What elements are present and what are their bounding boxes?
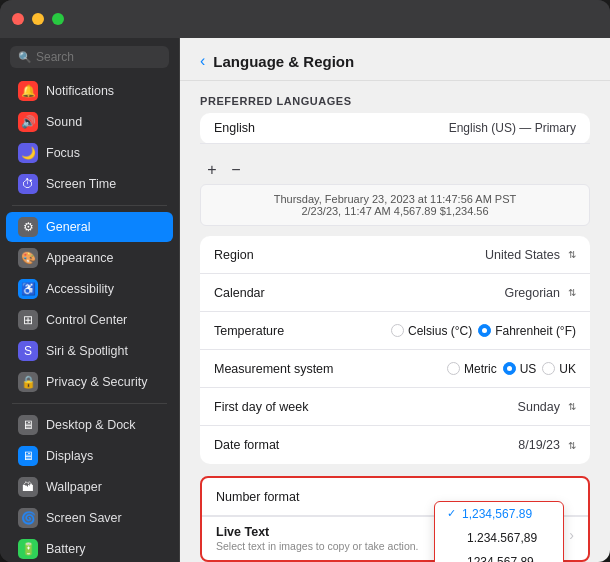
main-content: ‹ Language & Region Preferred Languages …	[180, 38, 610, 562]
measurement-metric-option[interactable]: Metric	[447, 362, 497, 376]
sidebar-item-appearance[interactable]: 🎨Appearance	[6, 243, 173, 273]
preview-line2: 2/23/23, 11:47 AM 4,567.89 $1,234.56	[215, 205, 575, 217]
sidebar-item-label-screensaver: Screen Saver	[46, 511, 122, 525]
sidebar-item-accessibility[interactable]: ♿Accessibility	[6, 274, 173, 304]
sidebar-item-label-notifications: Notifications	[46, 84, 114, 98]
languages-group: English English (US) — Primary	[200, 113, 590, 144]
number-format-option-3-label: 1234 567,89	[467, 555, 534, 563]
screentime-icon: ⏱	[18, 174, 38, 194]
sidebar-item-label-general: General	[46, 220, 90, 234]
sidebar-item-screensaver[interactable]: 🌀Screen Saver	[6, 503, 173, 533]
language-name: English	[214, 121, 449, 135]
first-day-value-text: Sunday	[518, 400, 560, 414]
measurement-us-label: US	[520, 362, 537, 376]
live-text-chevron-right-icon[interactable]: ›	[569, 525, 574, 543]
sidebar-item-displays[interactable]: 🖥Displays	[6, 441, 173, 471]
accessibility-icon: ♿	[18, 279, 38, 299]
settings-window: 🔍 🔔Notifications🔊Sound🌙Focus⏱Screen Time…	[0, 0, 610, 562]
remove-language-button[interactable]: −	[224, 160, 248, 180]
sidebar-item-label-privacy: Privacy & Security	[46, 375, 147, 389]
page-title: Language & Region	[213, 53, 354, 70]
region-settings-group: Region United States ⇅ Calendar Gregoria…	[200, 236, 590, 464]
number-format-dropdown[interactable]: ✓ 1,234,567.89 1.234.567,89 1234 567,89	[434, 501, 564, 563]
sidebar-item-screentime[interactable]: ⏱Screen Time	[6, 169, 173, 199]
back-button[interactable]: ‹	[200, 52, 205, 70]
number-format-row: Number format ✓ 1,234,567.89 1.234.567,8…	[202, 478, 588, 516]
first-day-row: First day of week Sunday ⇅	[200, 388, 590, 426]
sidebar-item-siri[interactable]: SSiri & Spotlight	[6, 336, 173, 366]
sidebar-item-notifications[interactable]: 🔔Notifications	[6, 76, 173, 106]
sidebar-item-wallpaper[interactable]: 🏔Wallpaper	[6, 472, 173, 502]
measurement-uk-label: UK	[559, 362, 576, 376]
region-row: Region United States ⇅	[200, 236, 590, 274]
number-format-option-2-label: 1.234.567,89	[467, 531, 537, 545]
measurement-us-option[interactable]: US	[503, 362, 537, 376]
focus-icon: 🌙	[18, 143, 38, 163]
preview-line1: Thursday, February 23, 2023 at 11:47:56 …	[215, 193, 575, 205]
sound-icon: 🔊	[18, 112, 38, 132]
number-format-option-1-label: 1,234,567.89	[462, 507, 532, 521]
sidebar-item-battery[interactable]: 🔋Battery	[6, 534, 173, 562]
sidebar-item-label-wallpaper: Wallpaper	[46, 480, 102, 494]
date-format-label: Date format	[214, 438, 374, 452]
preferred-languages-heading: Preferred Languages	[200, 95, 590, 107]
temperature-fahrenheit-label: Fahrenheit (°F)	[495, 324, 576, 338]
sidebar-divider-2	[12, 403, 167, 404]
temperature-fahrenheit-option[interactable]: Fahrenheit (°F)	[478, 324, 576, 338]
sidebar-item-controlcenter[interactable]: ⊞Control Center	[6, 305, 173, 335]
region-stepper-icon[interactable]: ⇅	[568, 249, 576, 260]
sidebar-item-label-sound: Sound	[46, 115, 82, 129]
language-add-minus-bar: + −	[200, 156, 590, 184]
temperature-options: Celsius (°C) Fahrenheit (°F)	[374, 324, 576, 338]
number-format-option-3[interactable]: 1234 567,89	[435, 550, 563, 563]
calendar-value: Gregorian ⇅	[374, 286, 576, 300]
measurement-us-dot	[507, 366, 512, 371]
sidebar-item-sound[interactable]: 🔊Sound	[6, 107, 173, 137]
sidebar-item-focus[interactable]: 🌙Focus	[6, 138, 173, 168]
maximize-button[interactable]	[52, 13, 64, 25]
sidebar-item-general[interactable]: ⚙General	[6, 212, 173, 242]
main-header: ‹ Language & Region	[180, 38, 610, 81]
search-bar[interactable]: 🔍	[10, 46, 169, 68]
calendar-stepper-icon[interactable]: ⇅	[568, 287, 576, 298]
date-preview-box: Thursday, February 23, 2023 at 11:47:56 …	[200, 184, 590, 226]
temperature-celsius-radio[interactable]	[391, 324, 404, 337]
sidebar-item-privacy[interactable]: 🔒Privacy & Security	[6, 367, 173, 397]
measurement-metric-radio[interactable]	[447, 362, 460, 375]
region-value: United States ⇅	[374, 248, 576, 262]
appearance-icon: 🎨	[18, 248, 38, 268]
titlebar	[0, 0, 610, 38]
region-label: Region	[214, 248, 374, 262]
measurement-us-radio[interactable]	[503, 362, 516, 375]
sidebar-item-label-battery: Battery	[46, 542, 86, 556]
checkmark-icon: ✓	[447, 507, 456, 520]
minimize-button[interactable]	[32, 13, 44, 25]
number-format-live-text-section: Number format ✓ 1,234,567.89 1.234.567,8…	[200, 476, 590, 562]
desktop-icon: 🖥	[18, 415, 38, 435]
measurement-uk-radio[interactable]	[542, 362, 555, 375]
temperature-celsius-option[interactable]: Celsius (°C)	[391, 324, 472, 338]
number-format-option-2[interactable]: 1.234.567,89	[435, 526, 563, 550]
date-format-stepper-icon[interactable]: ⇅	[568, 440, 576, 451]
sidebar-item-desktop[interactable]: 🖥Desktop & Dock	[6, 410, 173, 440]
controlcenter-icon: ⊞	[18, 310, 38, 330]
number-format-option-1[interactable]: ✓ 1,234,567.89	[435, 502, 563, 526]
temperature-label: Temperature	[214, 324, 374, 338]
first-day-stepper-icon[interactable]: ⇅	[568, 401, 576, 412]
search-input[interactable]	[36, 50, 161, 64]
calendar-label: Calendar	[214, 286, 374, 300]
wallpaper-icon: 🏔	[18, 477, 38, 497]
main-body: Preferred Languages English English (US)…	[180, 81, 610, 562]
add-language-button[interactable]: +	[200, 160, 224, 180]
sidebar-item-label-accessibility: Accessibility	[46, 282, 114, 296]
close-button[interactable]	[12, 13, 24, 25]
battery-icon: 🔋	[18, 539, 38, 559]
sidebar-item-label-appearance: Appearance	[46, 251, 113, 265]
temperature-fahrenheit-radio[interactable]	[478, 324, 491, 337]
first-day-value: Sunday ⇅	[374, 400, 576, 414]
sidebar-item-label-displays: Displays	[46, 449, 93, 463]
sidebar: 🔍 🔔Notifications🔊Sound🌙Focus⏱Screen Time…	[0, 38, 180, 562]
screensaver-icon: 🌀	[18, 508, 38, 528]
privacy-icon: 🔒	[18, 372, 38, 392]
measurement-uk-option[interactable]: UK	[542, 362, 576, 376]
